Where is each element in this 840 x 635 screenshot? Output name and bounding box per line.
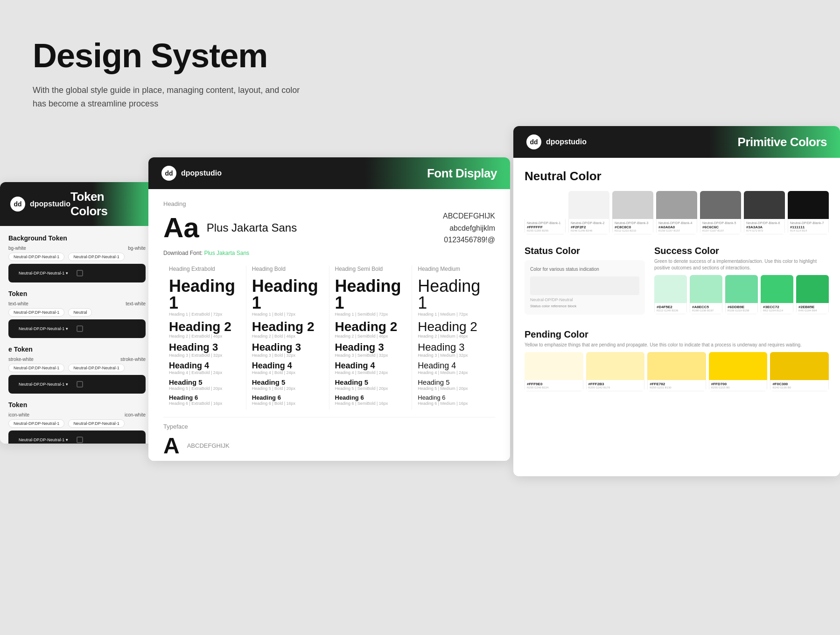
primitive-card-body: Neutral Color Neutral-DP/DP-Blank-1 #FFF… xyxy=(513,158,840,402)
token-bg-row: bg-white bg-white xyxy=(8,246,146,251)
primitive-card-title: Primitive Colors xyxy=(738,135,827,149)
heading-eb-2: Heading 2Heading 2 | ExtraBold | 46px xyxy=(169,320,240,339)
success-title: Success Color xyxy=(654,246,829,256)
neutral-swatch: Neutral-DP/DP-Blank-2 #F2F2F2 R246 G246 … xyxy=(568,191,609,234)
token-text-section: Token text-white text-white Neutral-DP.D… xyxy=(8,290,146,338)
token-stroke-chip2: Neutral-DP.DP-Neutral-1 xyxy=(68,364,124,372)
font-card-logo: dd dpopstudio xyxy=(161,166,222,181)
heading-sb-5: Heading 5Heading 5 | SemiBold | 20px xyxy=(335,379,406,391)
token-stroke-preview: Neutral-DP.DP-Neutral-1 ▾ xyxy=(8,375,146,394)
primitive-brand-icon: dd xyxy=(526,134,541,149)
token-stroke-chip1: Neutral-DP.DP-Neutral-1 xyxy=(8,364,64,372)
pending-swatch: #FFF9E0 R255 G249 B224 xyxy=(525,352,583,391)
font-name-display: Plus Jakarta Sans xyxy=(207,221,297,234)
heading-m-2: Heading 2Heading 2 | Medium | 46px xyxy=(418,320,490,339)
token-stroke-sub1: stroke-white xyxy=(8,357,34,362)
token-text-preview: Neutral-DP.DP-Neutral-1 ▾ xyxy=(8,319,146,338)
neutral-swatch: Neutral-DP/DP-Blank-7 #111111 R14 G14 B1… xyxy=(788,191,829,234)
heading-m-5: Heading 5Heading 5 | Medium | 20px xyxy=(418,379,490,391)
heading-m-3: Heading 3Heading 3 | Medium | 32px xyxy=(418,342,490,358)
typeface-aa: A xyxy=(163,433,180,459)
success-swatch: #3ECC72 R62 G204 B114 xyxy=(761,275,793,314)
pending-color-section: Pending Color Yellow to emphasize things… xyxy=(525,329,829,391)
success-swatch: #D4F5E2 R212 G245 B226 xyxy=(654,275,687,314)
heading-col-medium-title: Heading Medium xyxy=(418,266,490,272)
heading-sb-1: Heading 1Heading 1 | SemiBold | 72px xyxy=(335,278,406,317)
brand-icon: dd xyxy=(10,197,25,212)
neutral-swatch: Neutral-DP/DP-Blank-1 #FFFFFF R255 G255 … xyxy=(525,191,566,234)
status-success-row: Status Color Color for various status in… xyxy=(525,246,829,322)
font-download-link[interactable]: Plus Jakarta Sans xyxy=(204,250,249,256)
heading-col-bold-title: Heading Bold xyxy=(252,266,323,272)
token-card-logo: dd dpopstudio xyxy=(10,197,70,212)
token-bg-dark-chip: Neutral-DP.DP-Neutral-1 ▾ xyxy=(14,269,73,277)
neutral-swatch: Neutral-DP/DP-Blank-6 #3A3A3A R74 G72 B7… xyxy=(744,191,785,234)
page-title: Design System xyxy=(33,37,313,74)
heading-sb-4: Heading 4Heading 4 | SemiBold | 24px xyxy=(335,361,406,375)
success-swatch: #2EB85E R46 G184 B94 xyxy=(796,275,829,314)
token-text-checkbox[interactable] xyxy=(77,325,83,332)
heading-m-6: Heading 6Heading 6 | Medium | 16px xyxy=(418,395,490,406)
heading-eb-5: Heading 5Heading 5 | ExtraBold | 20px xyxy=(169,379,240,391)
heading-eb-3: Heading 3Heading 3 | ExtraBold | 32px xyxy=(169,342,240,358)
token-text-chip1: Neutral-DP.DP-Neutral-1 xyxy=(8,308,64,317)
success-swatch: #A8ECC5 R168 G236 B197 xyxy=(690,275,722,314)
token-bg-preview: Neutral-DP.DP-Neutral-1 ▾ xyxy=(8,264,146,282)
heading-b-1: Heading 1Heading 1 | Bold | 72px xyxy=(252,278,323,317)
token-stroke-section: e Token stroke-white stroke-white Neutra… xyxy=(8,346,146,394)
typeface-chars: ABCDEFGHIJK xyxy=(187,442,230,449)
success-swatches: #D4F5E2 R212 G245 B226 #A8ECC5 R168 G236… xyxy=(654,275,829,314)
token-bg-sub1: bg-white xyxy=(8,246,26,251)
token-background-section: Background Token bg-white bg-white Neutr… xyxy=(8,234,146,282)
heading-b-5: Heading 5Heading 5 | Bold | 20px xyxy=(252,379,323,391)
token-stroke-dark-chip: Neutral-DP.DP-Neutral-1 ▾ xyxy=(14,381,73,388)
token-bg-checkbox[interactable] xyxy=(77,270,83,276)
neutral-swatches: Neutral-DP/DP-Blank-1 #FFFFFF R255 G255 … xyxy=(525,191,829,234)
token-text-sub1: text-white xyxy=(8,301,28,306)
token-stroke-row: stroke-white stroke-white xyxy=(8,357,146,362)
heading-b-6: Heading 6Heading 6 | Bold | 16px xyxy=(252,395,323,406)
pending-swatches: #FFF9E0 R255 G249 B224 #FFF2B3 R255 G242… xyxy=(525,352,829,391)
token-icon-label: Token xyxy=(8,401,146,409)
status-color-box: Color for various status indication Neut… xyxy=(525,260,645,315)
heading-b-3: Heading 3Heading 3 | Bold | 32px xyxy=(252,342,323,358)
font-download-row: Download Font: Plus Jakarta Sans xyxy=(163,250,495,256)
font-card-body: Heading Aa Plus Jakarta Sans ABCDEFGHIJK… xyxy=(148,189,510,461)
token-stroke-checkbox[interactable] xyxy=(77,381,83,388)
heading-sb-3: Heading 3Heading 3 | SemiBold | 32px xyxy=(335,342,406,358)
token-bg-chip2: Neutral-DP.DP-Neutral-1 xyxy=(68,253,124,261)
token-card-title: Token Colors xyxy=(70,190,144,219)
typeface-section: Typeface A ABCDEFGHIJK xyxy=(163,417,495,459)
heading-sb-2: Heading 2Heading 2 | SemiBold | 46px xyxy=(335,320,406,339)
font-download-label: Download Font: xyxy=(163,250,203,256)
token-icon-checkbox[interactable] xyxy=(77,437,83,443)
token-icon-chip2: Neutral-DP.DP-Neutral-1 xyxy=(68,419,124,428)
heading-grid: Heading Extrabold Heading 1Heading 1 | E… xyxy=(163,266,495,409)
token-text-sub2: text-white xyxy=(126,301,146,306)
primitive-brand-name: dpopstudio xyxy=(546,138,587,146)
heading-eb-6: Heading 6Heading 6 | ExtraBold | 16px xyxy=(169,395,240,406)
font-specimen-row: Aa Plus Jakarta Sans ABCDEFGHIJKabcdefgh… xyxy=(163,210,495,246)
pending-swatch: #FFF2B3 R255 G242 B179 xyxy=(586,352,645,391)
token-card-body: Background Token bg-white bg-white Neutr… xyxy=(0,226,154,444)
heading-b-2: Heading 2Heading 2 | Bold | 46px xyxy=(252,320,323,339)
pending-swatch: #FFE782 R255 G231 B130 xyxy=(647,352,706,391)
page-subtitle: With the global style guide in place, ma… xyxy=(33,84,313,111)
pending-title: Pending Color xyxy=(525,329,829,340)
font-chars-display: ABCDEFGHIJKabcdefghijklm0123456789!@ xyxy=(443,210,495,246)
token-stroke-sub2: stroke-white xyxy=(120,357,146,362)
heading-sb-6: Heading 6Heading 6 | SemiBold | 16px xyxy=(335,395,406,406)
success-desc: Green to denote success of a implementat… xyxy=(654,258,829,271)
pending-swatch: #FFD700 R255 G215 B0 xyxy=(709,352,768,391)
token-text-chip2: Neutral xyxy=(68,308,92,317)
neutral-swatch: Neutral-DP/DP-Blank-3 #C8C8C0 R212 G210 … xyxy=(612,191,653,234)
pending-desc: Yellow to emphasize things that are pend… xyxy=(525,342,829,348)
heading-col-extrabold: Heading Extrabold Heading 1Heading 1 | E… xyxy=(163,266,246,409)
primitive-colors-card: dd dpopstudio Primitive Colors Neutral C… xyxy=(513,126,840,476)
success-color-section: Success Color Green to denote success of… xyxy=(654,246,829,322)
token-icon-sub2: icon-white xyxy=(125,412,146,417)
primitive-card-header: dd dpopstudio Primitive Colors xyxy=(513,126,840,158)
heading-eb-4: Heading 4Heading 4 | ExtraBold | 24px xyxy=(169,361,240,375)
heading-col-semibold-title: Heading Semi Bold xyxy=(335,266,406,272)
token-colors-card: dd dpopstudio Token Colors Background To… xyxy=(0,182,154,444)
